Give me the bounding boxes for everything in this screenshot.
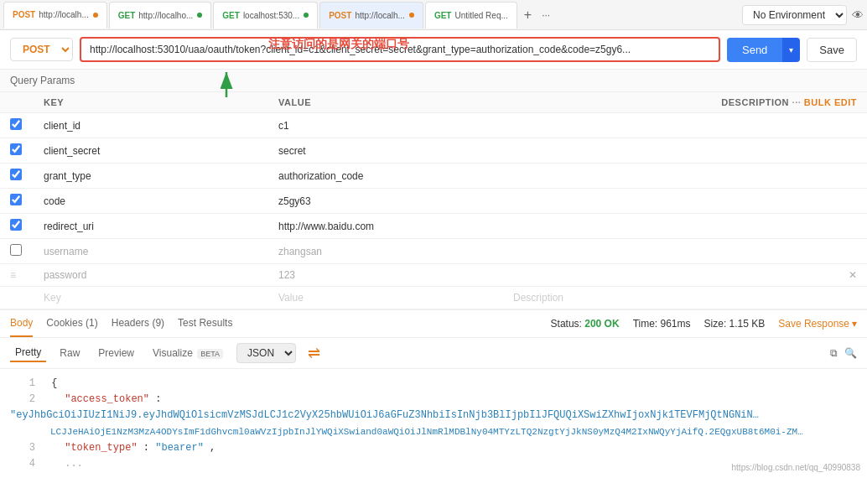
tab-test-results[interactable]: Test Results [178, 310, 232, 337]
table-row-placeholder: Key Value Description [0, 287, 867, 309]
value-cell-6: 123 [268, 264, 503, 287]
table-row: grant_type authorization_code [0, 164, 867, 189]
wrap-icon[interactable]: ⇌ [308, 344, 320, 362]
annotation-area: POST Send ▾ Save 注意访问的是网关的端口号 [0, 30, 867, 70]
body-action-icons: ⧉ 🔍 [830, 347, 857, 359]
more-options-icon[interactable]: ··· [792, 97, 802, 107]
drag-handle-icon: ≡ [10, 269, 16, 281]
desc-cell-2 [503, 164, 867, 189]
tab-modified-dot [304, 13, 309, 18]
tab-method-label: GET [222, 11, 240, 20]
delete-row-button[interactable]: ✕ [849, 269, 857, 281]
json-comma: , [210, 442, 215, 454]
line-number: 1 [10, 376, 35, 392]
value-cell-5: zhangsan [268, 239, 503, 264]
table-row: client_id c1 [0, 113, 867, 138]
desc-cell-1 [503, 138, 867, 164]
search-icon[interactable]: 🔍 [844, 347, 857, 359]
table-row: client_secret secret [0, 138, 867, 164]
tab-url-label: localhost:530... [243, 11, 299, 20]
value-cell-3: z5gy63 [268, 189, 503, 214]
col-header-checkbox [0, 92, 34, 113]
tab-url-label: http://localh... [39, 10, 88, 19]
tab-url-label: http://localho... [138, 11, 193, 20]
size-label: Size: 1.15 KB [704, 318, 766, 330]
body-view-tabs: Pretty Raw Preview Visualize BETA JSON ⇌… [0, 338, 867, 369]
method-select[interactable]: POST [10, 38, 73, 61]
tab-get-2[interactable]: GET localhost:530... [213, 2, 318, 29]
desc-cell-5 [503, 239, 867, 264]
params-table: KEY VALUE DESCRIPTION ··· Bulk Edit clie… [0, 92, 867, 309]
more-tabs-button[interactable]: ··· [537, 9, 555, 21]
tab-get-untitled[interactable]: GET Untitled Req... [425, 2, 517, 29]
json-value-token-type: "bearer" [155, 442, 204, 454]
tab-url-label: Untitled Req... [454, 11, 507, 20]
eye-icon[interactable]: 👁 [852, 8, 864, 22]
save-response-button[interactable]: Save Response ▾ [778, 318, 857, 330]
key-cell-6: password [34, 264, 268, 287]
json-line-3: 3 "token_type" : "bearer" , [10, 440, 857, 456]
send-dropdown-button[interactable]: ▾ [782, 38, 800, 62]
row-checkbox-5[interactable] [10, 244, 22, 256]
tab-method-label: GET [434, 11, 452, 20]
send-button[interactable]: Send [727, 38, 782, 62]
json-value-token-cont: LCJJeHAiOjE1NzM3MzA4ODYsImF1dGhvcml0aWVz… [50, 425, 805, 440]
json-key-access-token: "access_token" [65, 393, 149, 405]
json-line-4: 4 ... [10, 456, 857, 472]
response-tabs: Body Cookies (1) Headers (9) Test Result… [0, 309, 867, 338]
tab-headers[interactable]: Headers (9) [112, 310, 164, 337]
desc-cell-6: ✕ [503, 264, 867, 287]
value-cell-4: http://www.baidu.com [268, 214, 503, 239]
desc-cell-4 [503, 214, 867, 239]
tab-method-label: POST [13, 10, 35, 19]
json-continuation: ... [51, 458, 83, 470]
placeholder-desc: Description [503, 287, 867, 309]
view-tab-preview[interactable]: Preview [93, 345, 139, 361]
json-line-1: 1 { [10, 376, 857, 392]
json-value-access-token: "eyJhbGciOiJIUzI1NiJ9.eyJhdWQiOlsicmVzMS… [10, 408, 765, 423]
environment-dropdown[interactable]: No Environment [742, 5, 847, 25]
copy-icon[interactable]: ⧉ [830, 347, 838, 359]
table-row: redirect_uri http://www.baidu.com [0, 214, 867, 239]
table-row: username zhangsan [0, 239, 867, 264]
row-checkbox-0[interactable] [10, 118, 22, 130]
tab-method-label: GET [118, 11, 136, 20]
row-checkbox-4[interactable] [10, 219, 22, 231]
value-cell-0: c1 [268, 113, 503, 138]
json-indent: "token_type" : "bearer" , [51, 442, 215, 454]
tab-get-1[interactable]: GET http://localho... [109, 2, 212, 29]
line-number: 2 [10, 392, 35, 408]
bulk-edit-button[interactable]: Bulk Edit [804, 97, 857, 107]
new-tab-button[interactable]: + [519, 8, 537, 23]
beta-badge: BETA [197, 349, 223, 359]
key-cell-4: redirect_uri [34, 214, 268, 239]
key-cell-3: code [34, 189, 268, 214]
line-number: 4 [10, 456, 35, 472]
annotation-text: 注意访问的是网关的端口号 [268, 37, 409, 52]
format-select[interactable]: JSON [236, 343, 296, 363]
table-row: ≡ password 123 ✕ [0, 264, 867, 287]
row-checkbox-2[interactable] [10, 169, 22, 180]
url-bar: POST Send ▾ Save [0, 30, 867, 70]
save-button[interactable]: Save [807, 38, 857, 62]
tab-bar: POST http://localh... GET http://localho… [0, 0, 867, 30]
json-open-brace: { [51, 377, 57, 389]
view-tab-raw[interactable]: Raw [55, 345, 85, 361]
json-line-2: 2 "access_token" : "eyJhbGciOiJIUzI1NiJ9… [10, 392, 857, 423]
watermark-text: https://blog.csdn.net/qq_40990838 [732, 463, 860, 472]
placeholder-value[interactable]: Value [268, 287, 503, 309]
tab-body[interactable]: Body [10, 310, 33, 337]
value-cell-1: secret [268, 138, 503, 164]
value-cell-2: authorization_code [268, 164, 503, 189]
key-cell-5: username [34, 239, 268, 264]
col-header-description: DESCRIPTION ··· Bulk Edit [503, 92, 867, 113]
json-indent: "access_token" : "eyJhbGciOiJIUzI1NiJ9.e… [10, 393, 765, 421]
view-tab-pretty[interactable]: Pretty [10, 344, 46, 362]
tab-post-1[interactable]: POST http://localh... [3, 2, 107, 29]
placeholder-key[interactable]: Key [34, 287, 268, 309]
row-checkbox-1[interactable] [10, 143, 22, 155]
tab-post-2[interactable]: POST http://localh... [319, 2, 423, 29]
row-checkbox-3[interactable] [10, 194, 22, 205]
view-tab-visualize[interactable]: Visualize BETA [148, 345, 228, 361]
tab-cookies[interactable]: Cookies (1) [46, 310, 97, 337]
